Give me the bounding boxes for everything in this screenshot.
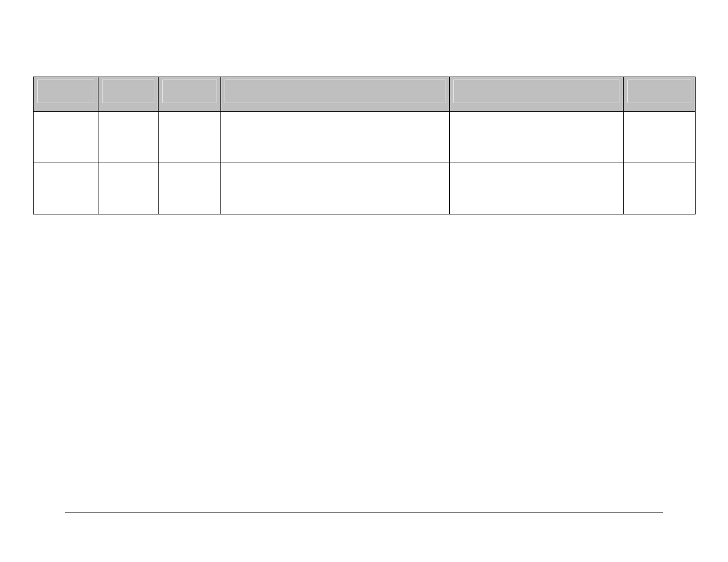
table-cell bbox=[624, 163, 696, 214]
table-cell bbox=[221, 112, 450, 163]
header-box bbox=[225, 80, 446, 103]
table-header-row bbox=[34, 77, 696, 112]
footer-divider bbox=[65, 513, 663, 513]
table-container bbox=[33, 77, 695, 214]
header-box bbox=[627, 80, 691, 103]
page bbox=[0, 0, 728, 562]
table-header-cell bbox=[221, 77, 450, 112]
header-box bbox=[102, 80, 154, 103]
table-cell bbox=[98, 112, 159, 163]
table-cell bbox=[450, 112, 624, 163]
table-row bbox=[34, 112, 696, 163]
table-header-cell bbox=[34, 77, 98, 112]
table-cell bbox=[450, 163, 624, 214]
header-box bbox=[37, 80, 94, 103]
table-cell bbox=[159, 163, 221, 214]
table-row bbox=[34, 163, 696, 214]
table-header-cell bbox=[98, 77, 159, 112]
table-cell bbox=[98, 163, 159, 214]
table-header-cell bbox=[450, 77, 624, 112]
table-cell bbox=[34, 163, 98, 214]
table-cell bbox=[159, 112, 221, 163]
table-cell bbox=[624, 112, 696, 163]
data-table bbox=[33, 77, 696, 214]
table-header-cell bbox=[159, 77, 221, 112]
table-header-cell bbox=[624, 77, 696, 112]
table-cell bbox=[34, 112, 98, 163]
table-cell bbox=[221, 163, 450, 214]
header-box bbox=[453, 80, 620, 103]
header-box bbox=[162, 80, 217, 103]
